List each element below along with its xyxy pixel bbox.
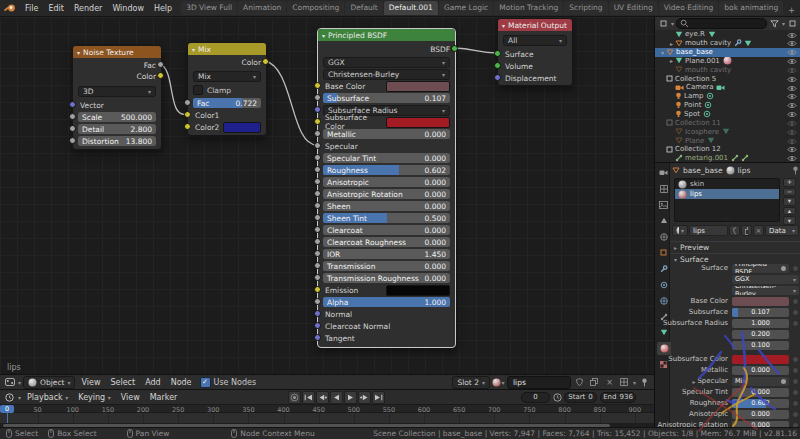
outliner-row[interactable]: ▾ base_base	[655, 48, 800, 57]
prop-base-color[interactable]: Base Color	[670, 296, 800, 306]
unlink-button[interactable]: ×	[753, 225, 764, 236]
search-input[interactable]	[676, 18, 767, 29]
eye-icon[interactable]	[787, 40, 797, 47]
noise-detail-slider[interactable]: Detail2.800	[78, 124, 156, 134]
bsdf-clearcoat-normal[interactable]: Clearcoat Normal	[323, 321, 450, 331]
socket-bsdf-in[interactable]	[314, 226, 321, 233]
add-slot-button[interactable]: +	[783, 178, 796, 187]
bsdf-subsurface[interactable]: Subsurface0.107	[323, 93, 450, 103]
remove-slot-button[interactable]: −	[783, 188, 796, 197]
jump-end-button[interactable]	[372, 391, 385, 404]
node-menu-add[interactable]: Add	[141, 378, 165, 387]
node-header[interactable]: ▾Noise Texture	[73, 46, 161, 58]
bsdf-sheen-tint[interactable]: Sheen Tint0.500	[323, 213, 450, 223]
node-noise-texture[interactable]: ▾Noise TextureFacColor3D▾Vector Scale500…	[72, 45, 162, 150]
bsdf-specular[interactable]: Specular	[323, 141, 450, 151]
bsdf-emission[interactable]: Emission	[323, 285, 450, 295]
jump-start-button[interactable]	[302, 391, 315, 404]
move-slot-up-button[interactable]: ▴	[783, 207, 796, 216]
socket-bsdf-in[interactable]	[314, 310, 321, 317]
editor-type-button[interactable]	[3, 391, 16, 403]
socket-bsdf-in[interactable]	[314, 286, 321, 293]
tab-object[interactable]	[657, 246, 670, 259]
tab-particles[interactable]	[657, 278, 670, 291]
socket-out-displacement[interactable]	[494, 74, 501, 81]
outliner-row[interactable]: mouth cavity	[655, 65, 800, 74]
prop-anisotropic[interactable]: Anisotropic0.000	[670, 409, 800, 419]
workspace-tab[interactable]: Default.001	[384, 1, 438, 15]
bsdf-ggx[interactable]: GGX▾	[323, 57, 450, 67]
timeline-tracks[interactable]	[0, 413, 654, 423]
bsdf-roughness[interactable]: Roughness0.602	[323, 165, 450, 175]
noise-scale-slider[interactable]: Scale500.000	[78, 112, 156, 122]
socket-noise-scale[interactable]	[69, 113, 76, 120]
workspace-tab[interactable]: Motion Tracking	[494, 1, 563, 15]
socket-bsdf-in[interactable]	[314, 202, 321, 209]
playhead[interactable]: 0	[0, 405, 14, 414]
socket-mix-color2[interactable]	[184, 123, 191, 130]
tab-physics[interactable]	[657, 294, 670, 307]
socket-bsdf-in[interactable]	[314, 106, 321, 113]
material-name-field[interactable]: lips	[689, 225, 728, 236]
tab-modifiers[interactable]	[657, 262, 670, 275]
material-slot[interactable]: lips	[675, 189, 779, 199]
prop-subsurface-color[interactable]: Subsurface Color	[670, 354, 800, 364]
new-material-button[interactable]	[588, 376, 601, 388]
mix-color2-row[interactable]: Color2	[193, 122, 261, 132]
prop-anisotropic-rotation[interactable]: Anisotropic Rotation0.000	[670, 420, 800, 427]
eye-icon[interactable]	[787, 129, 797, 136]
prop-roughness[interactable]: Roughness0.602	[670, 398, 800, 408]
socket-noise-vector[interactable]	[69, 101, 76, 108]
node-header[interactable]: ▾Material Output	[498, 19, 572, 31]
bsdf-clearcoat[interactable]: Clearcoat0.000	[323, 225, 450, 235]
menu-render[interactable]: Render	[69, 4, 107, 13]
eye-icon[interactable]	[787, 76, 797, 83]
bsdf-base-color[interactable]: Base Color	[323, 81, 450, 91]
socket-noise-color[interactable]	[157, 72, 164, 79]
eye-icon[interactable]	[787, 49, 797, 56]
mix-fac-slider[interactable]: Fac0.722	[193, 98, 261, 108]
animate-dot[interactable]	[792, 265, 799, 272]
bsdf-specular-tint[interactable]: Specular Tint0.000	[323, 153, 450, 163]
list-resize-grip[interactable]: ...	[675, 213, 779, 220]
outliner-display-mode[interactable]	[658, 18, 669, 30]
workspace-tab[interactable]: Compositing	[287, 1, 344, 15]
add-workspace-button[interactable]: +	[784, 6, 799, 15]
bsdf-tangent[interactable]: Tangent	[323, 333, 450, 343]
auto-keyframe-button[interactable]	[288, 391, 301, 404]
socket-noise-distortion[interactable]	[69, 137, 76, 144]
socket-bsdf-in[interactable]	[314, 274, 321, 281]
outliner-row[interactable]: eye.R	[655, 30, 800, 39]
properties-editor[interactable]: base_base lips skin lips... +−▾▴▾ ▾ lips…	[655, 163, 800, 427]
tab-material[interactable]	[657, 342, 671, 355]
node-material-output[interactable]: ▾Material OutputAll▾SurfaceVolumeDisplac…	[497, 18, 573, 86]
outliner-row[interactable]: Collection 11	[655, 118, 800, 127]
shader-type-dropdown[interactable]: Object▾	[23, 376, 75, 389]
eye-icon[interactable]	[787, 138, 797, 145]
timeline-ruler[interactable]: 5010015020025030035040045050055060065070…	[0, 404, 654, 413]
use-nodes-checkbox[interactable]: ✓Use Nodes	[200, 377, 257, 388]
workspace-tab[interactable]: Video Editing	[659, 1, 719, 15]
move-slot-down-button[interactable]: ▾	[783, 216, 796, 225]
tab-scene[interactable]	[657, 214, 670, 227]
eye-icon[interactable]	[787, 111, 797, 118]
node-principled-bsdf[interactable]: ▾Principled BSDFBSDFGGX▾Christensen-Burl…	[317, 28, 456, 348]
socket-bsdf-in[interactable]	[314, 334, 321, 341]
outliner-row[interactable]: Collection 12	[655, 145, 800, 154]
outliner-row[interactable]: Collection 5	[655, 74, 800, 83]
socket-bsdf-out[interactable]	[451, 45, 458, 52]
socket-bsdf-in[interactable]	[314, 214, 321, 221]
animate-dot[interactable]	[792, 378, 799, 385]
eye-icon[interactable]	[787, 155, 797, 162]
timeline-menu-playback[interactable]: Playback ▾	[23, 393, 72, 402]
prev-key-button[interactable]	[316, 391, 329, 404]
outliner[interactable]: ▾ ▾ eye.R ▸ mouth cavity ▾ base_base ▸ P…	[655, 17, 800, 163]
socket-bsdf-in[interactable]	[314, 142, 321, 149]
pin-icon[interactable]	[792, 166, 799, 175]
menu-edit[interactable]: Edit	[43, 4, 69, 13]
socket-bsdf-in[interactable]	[314, 94, 321, 101]
slot-dropdown[interactable]: Slot 2▾	[452, 376, 490, 389]
prop-surface[interactable]: SurfacePrincipled BSDF	[670, 263, 800, 273]
node-menu-view[interactable]: View	[77, 378, 104, 387]
fake-user-button[interactable]	[573, 376, 586, 388]
